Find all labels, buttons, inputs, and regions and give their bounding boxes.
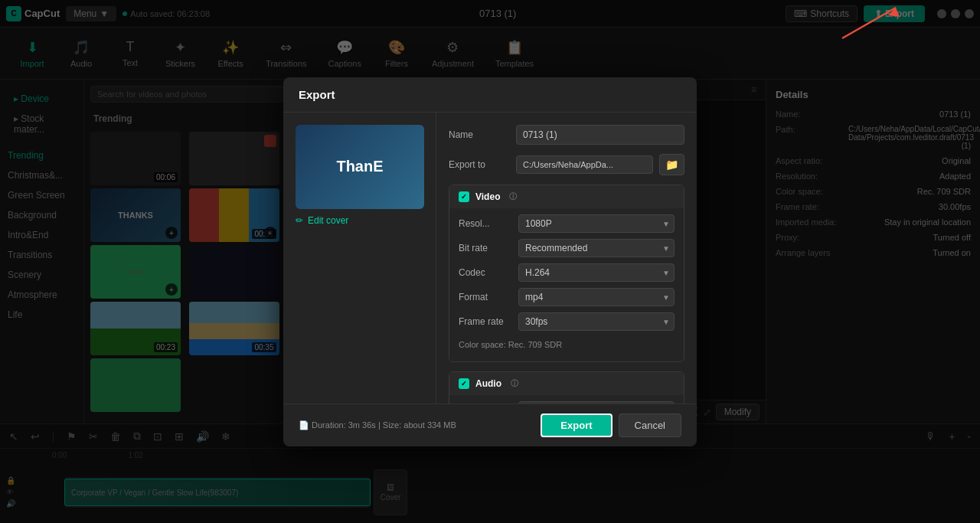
audio-section: ✓ Audio ⓘ Format MP3 AAC WAV	[449, 371, 684, 404]
framerate-label: Frame rate	[459, 316, 512, 327]
bitrate-row: Bit rate Low Medium Recommended High ▼	[459, 239, 675, 257]
codec-label: Codec	[459, 267, 512, 278]
modal-overlay: Export ThanE ✏ Edit cover Name	[0, 0, 980, 523]
edit-cover-label-text: Edit cover	[308, 215, 348, 226]
edit-cover-button[interactable]: ✏ Edit cover	[296, 215, 423, 226]
modal-body: ThanE ✏ Edit cover Name Export to	[283, 113, 697, 404]
edit-icon: ✏	[296, 215, 303, 226]
file-info-text: Duration: 3m 36s | Size: about 334 MB	[312, 420, 456, 430]
audio-format-row: Format MP3 AAC WAV ▼	[459, 401, 675, 404]
modal-footer: 📄 Duration: 3m 36s | Size: about 334 MB …	[283, 404, 697, 446]
bitrate-select[interactable]: Low Medium Recommended High	[518, 239, 675, 257]
audio-section-body: Format MP3 AAC WAV ▼	[449, 395, 684, 404]
file-icon: 📄	[299, 420, 309, 430]
modal-cover-section: ThanE ✏ Edit cover	[283, 113, 436, 404]
cover-preview: ThanE	[296, 125, 424, 209]
audio-format-select-wrapper: MP3 AAC WAV ▼	[518, 401, 675, 404]
format-select-wrapper: mp4 mov ▼	[518, 288, 675, 306]
codec-select-wrapper: H.264 H.265 ▼	[518, 263, 675, 282]
color-space-text: Color space: Rec. 709 SDR	[459, 337, 675, 355]
format-label: Format	[459, 292, 512, 302]
modal-settings: Name Export to 📁 ✓ Video ⓘ	[436, 113, 697, 404]
framerate-row: Frame rate 24fps 25fps 30fps 60fps ▼	[459, 312, 675, 331]
audio-checkbox[interactable]: ✓	[459, 378, 469, 389]
audio-info-icon: ⓘ	[511, 378, 518, 389]
red-arrow-annotation	[827, 0, 919, 46]
resolution-label: Resol...	[459, 218, 512, 229]
video-label: Video	[475, 191, 500, 202]
format-row: Format mp4 mov ▼	[459, 288, 675, 306]
cover-preview-text: ThanE	[336, 158, 383, 175]
framerate-select-wrapper: 24fps 25fps 30fps 60fps ▼	[518, 312, 675, 331]
resolution-select-wrapper: 720P 1080P 2K 4K ▼	[518, 214, 675, 233]
resolution-row: Resol... 720P 1080P 2K 4K ▼	[459, 214, 675, 233]
name-field-row: Name	[449, 125, 684, 145]
audio-section-header: ✓ Audio ⓘ	[449, 372, 684, 395]
codec-row: Codec H.264 H.265 ▼	[459, 263, 675, 282]
export-to-row: Export to 📁	[449, 154, 684, 175]
video-section-body: Resol... 720P 1080P 2K 4K ▼	[449, 208, 684, 361]
framerate-select[interactable]: 24fps 25fps 30fps 60fps	[518, 312, 675, 331]
resolution-select[interactable]: 720P 1080P 2K 4K	[518, 214, 675, 233]
export-path-input[interactable]	[516, 155, 653, 174]
cancel-button[interactable]: Cancel	[619, 413, 681, 437]
export-confirm-button[interactable]: Export	[541, 413, 612, 437]
audio-label: Audio	[475, 378, 501, 389]
name-input[interactable]	[516, 125, 684, 145]
bitrate-label: Bit rate	[459, 243, 512, 253]
export-to-label: Export to	[449, 159, 510, 170]
svg-line-0	[842, 8, 896, 38]
bitrate-select-wrapper: Low Medium Recommended High ▼	[518, 239, 675, 257]
modal-title: Export	[283, 77, 697, 113]
video-section: ✓ Video ⓘ Resol... 720P 1080P 2K	[449, 185, 684, 362]
name-label: Name	[449, 129, 510, 140]
video-checkbox[interactable]: ✓	[459, 191, 469, 202]
codec-select[interactable]: H.264 H.265	[518, 263, 675, 282]
footer-buttons: Export Cancel	[541, 413, 681, 437]
folder-browse-button[interactable]: 📁	[659, 154, 684, 175]
audio-format-select[interactable]: MP3 AAC WAV	[518, 401, 675, 404]
file-info: 📄 Duration: 3m 36s | Size: about 334 MB	[299, 420, 456, 430]
export-modal: Export ThanE ✏ Edit cover Name	[283, 77, 697, 446]
format-select[interactable]: mp4 mov	[518, 288, 675, 306]
video-section-header: ✓ Video ⓘ	[449, 185, 684, 208]
video-info-icon: ⓘ	[509, 191, 517, 202]
